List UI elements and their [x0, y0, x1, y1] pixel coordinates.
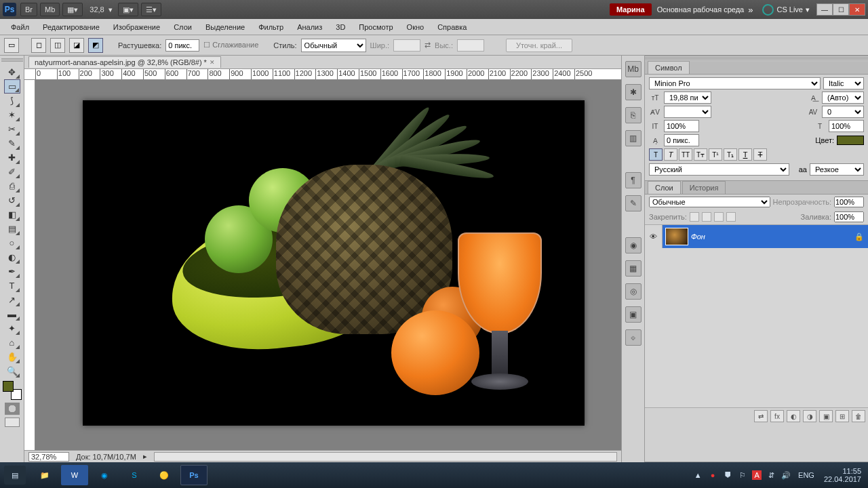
status-doc-size[interactable]: Док: 10,7M/10,7M [76, 453, 136, 461]
faux-italic-button[interactable]: T [664, 148, 677, 161]
task-word-icon[interactable]: W [61, 465, 88, 485]
hand-tool-icon[interactable]: ✋ [4, 350, 20, 364]
path-tool-icon[interactable]: ↗ [4, 293, 20, 307]
lasso-tool-icon[interactable]: ⟆ [4, 94, 20, 108]
zoom-tool-icon[interactable]: 🔍 [4, 364, 20, 378]
quick-mask-icon[interactable] [5, 403, 20, 415]
text-color-swatch[interactable] [837, 136, 864, 145]
close-button[interactable]: ✕ [849, 3, 865, 16]
tray-flag-icon[interactable]: ⚐ [737, 470, 748, 481]
healing-tool-icon[interactable]: ✚ [4, 150, 20, 165]
underline-button[interactable]: T [738, 148, 752, 161]
menu-help[interactable]: Справка [431, 21, 473, 33]
brushes-panel-icon[interactable]: ✱ [625, 84, 642, 100]
history-brush-tool-icon[interactable]: ↺ [4, 193, 20, 207]
info-panel-icon[interactable]: ▦ [625, 260, 642, 277]
3d-tool-icon[interactable]: ✦ [4, 321, 20, 336]
marquee-tool-icon[interactable]: ▭ [4, 79, 20, 94]
status-zoom[interactable]: 32,78% [28, 452, 69, 462]
menu-select[interactable]: Выделение [199, 21, 252, 33]
doc-arrange-button[interactable]: ▦▾ [62, 3, 83, 16]
antialias-select[interactable]: Резкое [810, 163, 864, 176]
eraser-tool-icon[interactable]: ◧ [4, 207, 20, 222]
tray-clock[interactable]: 11:55 22.04.2017 [821, 467, 864, 483]
swatches-panel-icon[interactable]: ▣ [625, 306, 642, 323]
crop-tool-icon[interactable]: ✂ [4, 122, 20, 136]
user-badge[interactable]: Марина [610, 3, 652, 16]
lock-image-icon[interactable] [702, 212, 711, 222]
tracking-select[interactable]: 0 [822, 106, 864, 118]
tray-sound-icon[interactable]: 🔊 [781, 470, 791, 481]
cslive-button[interactable]: CS Live ▾ [762, 4, 810, 16]
faux-bold-button[interactable]: T [649, 148, 663, 161]
hscale-input[interactable] [829, 120, 864, 132]
menu-3d[interactable]: 3D [329, 21, 352, 33]
canvas-image[interactable] [83, 100, 585, 426]
navigator-panel-icon[interactable]: ◉ [625, 237, 642, 253]
refine-edge-button[interactable]: Уточн. край... [506, 39, 572, 52]
menu-analysis[interactable]: Анализ [290, 21, 329, 33]
task-explorer-icon[interactable]: 📁 [31, 465, 58, 485]
font-family-select[interactable]: Minion Pro [649, 77, 821, 89]
workspace-more-icon[interactable]: » [748, 5, 753, 15]
minibridge-button[interactable]: Mb [40, 3, 60, 16]
histogram-panel-icon[interactable]: ▥ [625, 130, 642, 146]
layer-mask-icon[interactable]: ◐ [787, 410, 800, 422]
tab-character[interactable]: Символ [648, 61, 690, 74]
lock-position-icon[interactable] [714, 212, 724, 222]
maximize-button[interactable]: ☐ [833, 3, 849, 16]
foreground-color-icon[interactable] [3, 381, 14, 392]
pen-tool-icon[interactable]: ✒ [4, 264, 20, 279]
h-scrollbar[interactable] [154, 452, 617, 462]
language-select[interactable]: Русский [649, 163, 789, 176]
layer-thumbnail[interactable] [665, 228, 688, 245]
layer-name[interactable]: Фон [691, 232, 854, 241]
blend-mode-select[interactable]: Обычные [649, 197, 770, 207]
toolbox-handle-icon[interactable] [1, 58, 23, 62]
menu-view[interactable]: Просмотр [352, 21, 399, 33]
strike-button[interactable]: T [753, 148, 767, 161]
menu-image[interactable]: Изображение [106, 21, 167, 33]
3d-camera-tool-icon[interactable]: ⌂ [4, 336, 20, 350]
start-button[interactable]: ▤ [4, 466, 26, 485]
type-tool-icon[interactable]: T [4, 279, 20, 293]
menu-layer[interactable]: Слои [167, 21, 199, 33]
kerning-select[interactable] [664, 106, 711, 118]
close-tab-icon[interactable]: ✕ [210, 59, 215, 66]
eyedropper-tool-icon[interactable]: ✎ [4, 136, 20, 150]
task-skype-icon[interactable]: S [121, 465, 148, 485]
tool-preset-panel-icon[interactable]: ✎ [625, 195, 642, 211]
swatch-colors[interactable] [3, 381, 22, 400]
menu-filter[interactable]: Фильтр [252, 21, 290, 33]
style-select[interactable]: Обычный [301, 39, 366, 52]
smallcaps-button[interactable]: Tᴛ [694, 148, 707, 161]
ruler-horizontal[interactable]: 0 100 200 300 400 500 600 700 800 900 10… [24, 69, 621, 80]
tab-history[interactable]: История [682, 181, 726, 194]
feather-input[interactable] [165, 39, 199, 52]
quickselect-tool-icon[interactable]: ✶ [4, 108, 20, 122]
font-size-select[interactable]: 19,88 пикс [664, 92, 711, 104]
panel-handle-icon[interactable] [645, 56, 868, 61]
screen-mode-icon[interactable] [5, 418, 20, 427]
stamp-tool-icon[interactable]: ⎙ [4, 179, 20, 193]
minibridge-panel-icon[interactable]: Mb [625, 61, 642, 77]
link-layers-icon[interactable]: ⇄ [754, 410, 768, 422]
color-panel-icon[interactable]: ◎ [625, 283, 642, 300]
lock-transparent-icon[interactable] [690, 212, 699, 222]
screen-mode-button[interactable]: ▣▾ [118, 3, 138, 16]
paragraph-panel-icon[interactable]: ¶ [625, 172, 642, 188]
gradient-tool-icon[interactable]: ▤ [4, 222, 20, 236]
leading-select[interactable]: (Авто) [822, 92, 864, 104]
minimize-button[interactable]: — [816, 3, 833, 16]
tray-rec-icon[interactable]: ● [707, 470, 718, 481]
opacity-input[interactable] [834, 197, 864, 207]
task-edge-icon[interactable]: ◉ [91, 465, 118, 485]
document-tab[interactable]: natyurmort-ananas-apelsin.jpg @ 32,8% (R… [28, 56, 221, 68]
extras-button[interactable]: ☰▾ [141, 3, 161, 16]
bridge-button[interactable]: Br [20, 3, 37, 16]
layer-row[interactable]: 👁 Фон 🔒 [645, 225, 868, 248]
allcaps-button[interactable]: TT [679, 148, 692, 161]
clone-panel-icon[interactable]: ⎘ [625, 107, 642, 123]
layer-list[interactable]: 👁 Фон 🔒 [645, 224, 868, 407]
tray-network-icon[interactable]: ⇵ [766, 470, 776, 481]
